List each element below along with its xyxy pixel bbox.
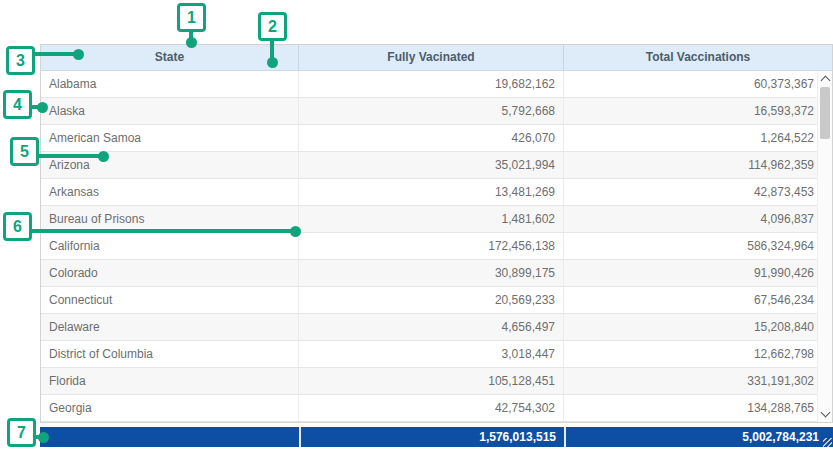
callout-5-dot [98,151,109,162]
total-vaccinations-cell: 1,264,522 [564,125,832,151]
vaccination-table: State Fully Vacinated Total Vaccinations… [40,44,833,423]
table-row[interactable]: Georgia42,754,302134,288,765 [41,395,832,422]
total-vaccinations-cell: 331,191,302 [564,368,832,394]
state-cell: District of Columbia [41,341,299,367]
chevron-up-icon[interactable] [821,76,831,86]
fully-vaccinated-cell: 30,899,175 [299,260,564,286]
table-row[interactable]: Alaska5,792,66816,593,372 [41,98,832,125]
total-vaccinations-cell: 114,962,359 [564,152,832,178]
summary-state-cell [40,427,299,447]
resize-grip-icon [823,438,832,447]
callout-3-dot [73,49,84,60]
table-row[interactable]: District of Columbia3,018,44712,662,798 [41,341,832,368]
fully-vaccinated-cell: 172,456,138 [299,233,564,259]
column-header-fully-vaccinated[interactable]: Fully Vacinated [299,45,564,70]
state-cell: Connecticut [41,287,299,313]
total-vaccinations-cell: 15,208,840 [564,314,832,340]
table-row[interactable]: Arkansas13,481,26942,873,453 [41,179,832,206]
table-header-row: State Fully Vacinated Total Vaccinations [41,45,832,71]
callout-6-dot [290,226,301,237]
table-row[interactable]: Alabama19,682,16260,373,367 [41,71,832,98]
callout-7-dot [38,432,49,443]
state-cell: California [41,233,299,259]
table-row[interactable]: American Samoa426,0701,264,522 [41,125,832,152]
callout-3-connector [33,52,76,56]
fully-vaccinated-cell: 426,070 [299,125,564,151]
summary-fully-vaccinated-total: 1,576,013,515 [299,427,564,447]
fully-vaccinated-cell: 5,792,668 [299,98,564,124]
callout-6-connector [30,229,292,233]
callout-2-connector [270,39,274,58]
fully-vaccinated-cell: 4,656,497 [299,314,564,340]
callout-5-badge: 5 [10,137,39,166]
state-cell: American Samoa [41,125,299,151]
total-vaccinations-cell: 4,096,837 [564,206,832,232]
fully-vaccinated-cell: 105,128,451 [299,368,564,394]
state-cell: Colorado [41,260,299,286]
summary-row: 1,576,013,515 5,002,784,231 [40,427,833,447]
fully-vaccinated-cell: 3,018,447 [299,341,564,367]
callout-7-badge: 7 [7,418,36,447]
table-body: Alabama19,682,16260,373,367Alaska5,792,6… [41,71,832,422]
callout-1-dot [186,37,197,48]
summary-total-vaccinations-total: 5,002,784,231 [564,427,831,447]
scrollbar-thumb[interactable] [820,87,830,139]
table-row[interactable]: Delaware4,656,49715,208,840 [41,314,832,341]
fully-vaccinated-cell: 19,682,162 [299,71,564,97]
callout-5-connector [37,154,101,158]
fully-vaccinated-cell: 42,754,302 [299,395,564,421]
fully-vaccinated-cell: 13,481,269 [299,179,564,205]
callout-1-badge: 1 [177,3,206,32]
table-row[interactable]: California172,456,138586,324,964 [41,233,832,260]
column-header-total-vaccinations[interactable]: Total Vaccinations [564,45,832,70]
callout-4-badge: 4 [3,90,32,119]
table-row[interactable]: Arizona35,021,994114,962,359 [41,152,832,179]
total-vaccinations-cell: 67,546,234 [564,287,832,313]
state-cell: Alaska [41,98,299,124]
table-row[interactable]: Colorado30,899,17591,990,426 [41,260,832,287]
chevron-down-icon[interactable] [821,408,831,418]
total-vaccinations-cell: 586,324,964 [564,233,832,259]
fully-vaccinated-cell: 1,481,602 [299,206,564,232]
state-cell: Georgia [41,395,299,421]
callout-4-dot [37,102,48,113]
total-vaccinations-cell: 60,373,367 [564,71,832,97]
state-cell: Florida [41,368,299,394]
total-vaccinations-cell: 16,593,372 [564,98,832,124]
state-cell: Alabama [41,71,299,97]
state-cell: Arkansas [41,179,299,205]
fully-vaccinated-cell: 35,021,994 [299,152,564,178]
total-vaccinations-cell: 12,662,798 [564,341,832,367]
callout-6-badge: 6 [3,212,32,241]
table-row[interactable]: Connecticut20,569,23367,546,234 [41,287,832,314]
total-vaccinations-cell: 42,873,453 [564,179,832,205]
state-cell: Delaware [41,314,299,340]
callout-2-dot [267,57,278,68]
total-vaccinations-cell: 134,288,765 [564,395,832,421]
screenshot-stage: State Fully Vacinated Total Vaccinations… [0,0,833,453]
callout-2-badge: 2 [258,12,287,41]
total-vaccinations-cell: 91,990,426 [564,260,832,286]
fully-vaccinated-cell: 20,569,233 [299,287,564,313]
table-row[interactable]: Florida105,128,451331,191,302 [41,368,832,395]
callout-3-badge: 3 [6,46,35,75]
vertical-scrollbar[interactable] [817,71,832,422]
